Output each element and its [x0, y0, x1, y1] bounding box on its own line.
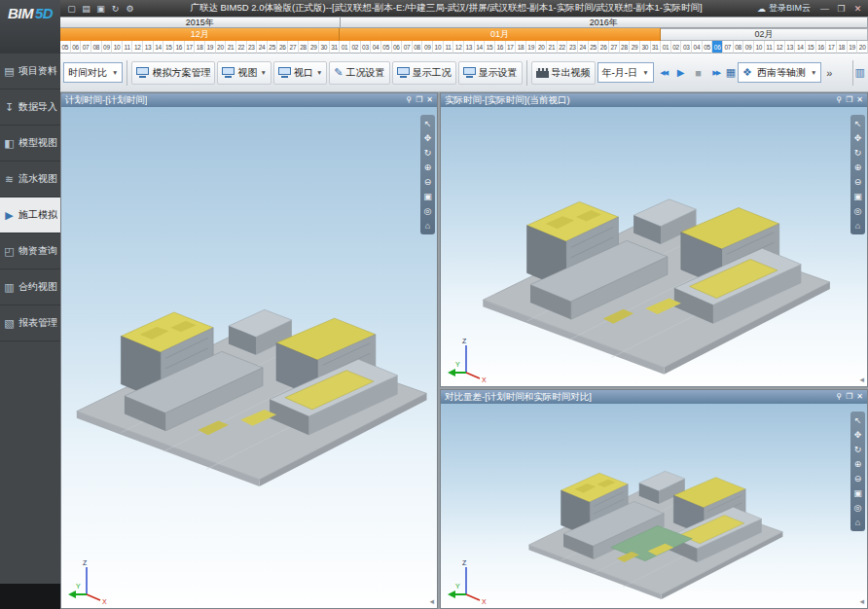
fast-forward-button[interactable]: ▶▶: [708, 63, 724, 83]
timeline-day[interactable]: 10: [433, 41, 444, 54]
select-icon[interactable]: ↖: [851, 415, 864, 425]
timeline-day[interactable]: 07: [723, 41, 734, 54]
pan-icon[interactable]: ✥: [851, 430, 864, 440]
timeline-day[interactable]: 20: [216, 41, 227, 54]
timeline-day[interactable]: 24: [578, 41, 589, 54]
timeline-day[interactable]: 31: [330, 41, 341, 54]
collapse-arrow-icon[interactable]: ◂: [859, 596, 864, 606]
timeline-day[interactable]: 12: [775, 41, 785, 54]
timeline-day[interactable]: 18: [516, 41, 526, 54]
viewport-button[interactable]: 视口 ▼: [273, 61, 327, 85]
timeline-day[interactable]: 23: [247, 41, 258, 54]
maximize-icon[interactable]: ❐: [846, 393, 852, 401]
timeline-day[interactable]: 11: [444, 41, 454, 54]
sidebar-item-报表管理[interactable]: ▧报表管理: [0, 305, 60, 341]
timeline-day[interactable]: 09: [102, 41, 113, 54]
timeline-day[interactable]: 24: [257, 41, 268, 54]
timeline-day[interactable]: 23: [567, 41, 578, 54]
timeline-day[interactable]: 18: [195, 41, 205, 54]
timeline-day[interactable]: 25: [268, 41, 278, 54]
display-settings-button[interactable]: 显示设置: [458, 61, 523, 85]
toolbar-overflow-button[interactable]: »: [823, 67, 835, 79]
close-button[interactable]: ✕: [850, 2, 866, 15]
pan-icon[interactable]: ✥: [421, 133, 434, 143]
timeline-day[interactable]: 05: [60, 41, 71, 54]
save-icon[interactable]: ▣: [94, 2, 107, 15]
undo-icon[interactable]: ↻: [109, 2, 122, 15]
zoom-in-icon[interactable]: ⊕: [851, 162, 864, 172]
timeline-day[interactable]: 28: [299, 41, 309, 54]
export-video-button[interactable]: 导出视频: [531, 61, 596, 85]
timeline-day[interactable]: 14: [475, 41, 486, 54]
timeline-day[interactable]: 02: [350, 41, 361, 54]
timeline-day[interactable]: 17: [826, 41, 837, 54]
orbit-icon[interactable]: ↻: [851, 445, 864, 454]
timeline-day[interactable]: 21: [226, 41, 236, 54]
pan-icon[interactable]: ✥: [851, 133, 864, 143]
close-icon[interactable]: ✕: [856, 96, 863, 104]
show-condition-button[interactable]: 显示工况: [392, 61, 456, 85]
timeline-day[interactable]: 21: [547, 41, 558, 54]
timeline-month[interactable]: 02月: [661, 28, 868, 41]
timeline-day[interactable]: 22: [558, 41, 568, 54]
timeline-day[interactable]: 02: [671, 41, 682, 54]
timeline-day[interactable]: 20: [536, 41, 547, 54]
timeline-day[interactable]: 01: [661, 41, 671, 54]
zoom-out-icon[interactable]: ⊖: [851, 474, 864, 484]
date-format-select[interactable]: 年-月-日 ▼: [597, 62, 654, 83]
timeline-day[interactable]: 11: [123, 41, 133, 54]
select-icon[interactable]: ↖: [851, 119, 864, 128]
timeline-day[interactable]: 16: [816, 41, 827, 54]
view-button[interactable]: 视图 ▼: [217, 61, 271, 85]
sidebar-item-合约视图[interactable]: ▥合约视图: [0, 269, 60, 305]
timeline-day[interactable]: 17: [506, 41, 517, 54]
zoom-in-icon[interactable]: ⊕: [851, 459, 864, 469]
timeline-day[interactable]: 15: [806, 41, 816, 54]
timeline-month[interactable]: 01月: [340, 28, 661, 41]
timeline-day[interactable]: 16: [495, 41, 506, 54]
play-button[interactable]: ▶: [673, 63, 689, 83]
pin-icon[interactable]: ⚲: [836, 393, 842, 401]
sidebar-item-数据导入[interactable]: ↧数据导入: [0, 90, 60, 125]
stop-button[interactable]: ■: [691, 63, 706, 83]
timeline-day[interactable]: 19: [205, 41, 216, 54]
home-icon[interactable]: ⌂: [421, 221, 434, 231]
zoom-extents-icon[interactable]: ◎: [421, 206, 434, 216]
timeline-day[interactable]: 08: [91, 41, 102, 54]
timeline-month[interactable]: 12月: [60, 28, 340, 41]
timeline-day[interactable]: 26: [277, 41, 288, 54]
settings-icon[interactable]: ⚙: [124, 2, 136, 15]
collapse-arrow-icon[interactable]: ◂: [859, 375, 864, 384]
timeline-day[interactable]: 19: [848, 41, 858, 54]
timeline-day[interactable]: 06: [392, 41, 403, 54]
select-icon[interactable]: ↖: [421, 119, 434, 128]
timeline-day[interactable]: 09: [422, 41, 433, 54]
timeline-day[interactable]: 14: [795, 41, 806, 54]
timeline-day[interactable]: 06: [712, 41, 723, 54]
timeline-day[interactable]: 15: [163, 41, 174, 54]
timeline-day[interactable]: 31: [651, 41, 662, 54]
new-file-icon[interactable]: ▢: [65, 2, 78, 15]
timeline-day[interactable]: 11: [765, 41, 776, 54]
zoom-extents-icon[interactable]: ◎: [851, 206, 864, 216]
rewind-button[interactable]: ◀◀: [656, 63, 671, 83]
timeline-day[interactable]: 05: [703, 41, 713, 54]
timeline-day[interactable]: 29: [630, 41, 640, 54]
timeline-day[interactable]: 12: [132, 41, 143, 54]
zoom-window-icon[interactable]: ▣: [421, 192, 434, 201]
timeline-day[interactable]: 10: [112, 41, 123, 54]
login-bim-cloud-button[interactable]: ☁ 登录BIM云: [751, 2, 816, 15]
collapse-arrow-icon[interactable]: ◂: [429, 596, 434, 606]
timeline-day[interactable]: 25: [589, 41, 599, 54]
timeline-day[interactable]: 14: [154, 41, 164, 54]
zoom-out-icon[interactable]: ⊖: [851, 177, 864, 187]
compare-mode-select[interactable]: 时间对比 ▼: [63, 62, 123, 83]
home-icon[interactable]: ⌂: [851, 221, 864, 231]
timeline-day[interactable]: 13: [785, 41, 796, 54]
timeline-day[interactable]: 13: [464, 41, 475, 54]
zoom-extents-icon[interactable]: ◎: [851, 503, 864, 513]
close-icon[interactable]: ✕: [426, 96, 433, 104]
timeline-day[interactable]: 20: [857, 41, 868, 54]
3d-model-canvas-planned[interactable]: [61, 107, 437, 608]
sidebar-item-施工模拟[interactable]: ▶施工模拟: [0, 197, 60, 233]
